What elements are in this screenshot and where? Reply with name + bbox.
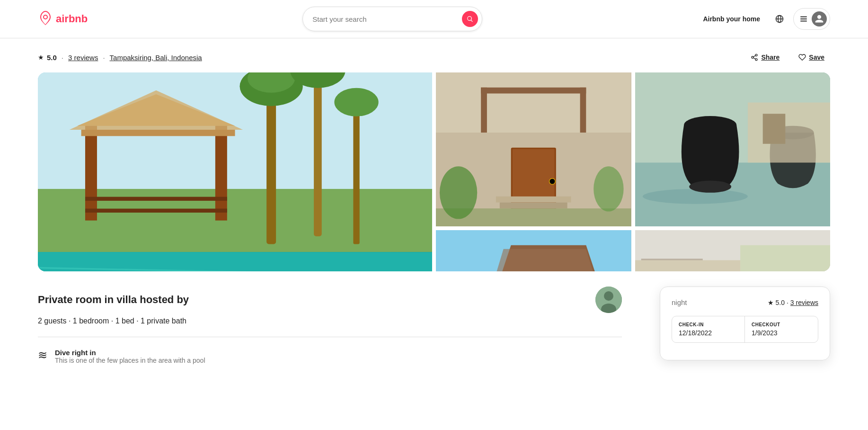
listing-info: Private room in villa hosted by 2 guests… — [38, 287, 622, 364]
svg-point-30 — [334, 88, 378, 116]
rating-value: 5.0 — [47, 54, 57, 62]
svg-rect-21 — [81, 130, 235, 136]
photo-cell-pavilion[interactable] — [436, 230, 631, 271]
svg-point-44 — [440, 166, 477, 219]
logo[interactable]: airbnb — [38, 10, 88, 27]
logo-text: airbnb — [56, 13, 88, 25]
booking-card: night ★ 5.0 · 3 reviews CHECK-IN 12/18/2… — [660, 287, 830, 360]
photo-right-grid: ⊞ Show all photos — [436, 72, 830, 271]
listing-title: Private room in villa hosted by — [38, 294, 189, 306]
user-menu[interactable] — [793, 8, 830, 30]
checkin-label: CHECK-IN — [679, 322, 738, 327]
checkout-value: 1/9/2023 — [752, 329, 811, 337]
pool-icon: ≋ — [38, 349, 47, 362]
dot-separator: · — [62, 54, 63, 62]
svg-rect-27 — [314, 72, 322, 236]
save-label: Save — [809, 54, 824, 61]
svg-rect-29 — [353, 102, 359, 244]
star-icon: ★ — [38, 54, 44, 61]
host-avatar-illustration — [595, 287, 622, 313]
photo-grid: ⊞ Show all photos — [38, 72, 830, 271]
svg-point-6 — [755, 54, 757, 56]
listing-title-row: Private room in villa hosted by — [38, 287, 622, 313]
svg-rect-18 — [85, 126, 97, 221]
bottom-section: Private room in villa hosted by 2 guests… — [38, 287, 830, 364]
date-row: CHECK-IN 12/18/2022 CHECKOUT 1/9/2023 — [672, 316, 818, 342]
share-icon — [751, 54, 758, 61]
svg-point-40 — [549, 179, 556, 185]
price-rating-value: 5.0 — [776, 299, 785, 306]
photo-cell-vase[interactable] — [635, 72, 831, 226]
feature-title: Dive right in — [55, 349, 205, 357]
svg-rect-69 — [635, 260, 740, 271]
header: airbnb Airbnb your home — [0, 0, 868, 38]
avatar — [812, 11, 827, 27]
header-right: Airbnb your home — [697, 8, 830, 30]
globe-icon — [775, 15, 784, 23]
search-button[interactable] — [462, 11, 478, 27]
search-bar[interactable] — [302, 7, 482, 31]
photo-cell-entrance[interactable] — [436, 72, 631, 226]
feature-desc: This is one of the few places in the are… — [55, 357, 205, 364]
svg-rect-53 — [762, 114, 785, 143]
photo-cell-modern[interactable]: ⊞ Show all photos — [635, 230, 831, 271]
svg-point-74 — [604, 291, 613, 301]
globe-button[interactable] — [771, 11, 788, 27]
modern-villa-illustration — [635, 230, 831, 271]
host-avatar — [595, 287, 622, 313]
airbnb-home-link[interactable]: Airbnb your home — [697, 11, 766, 27]
svg-rect-42 — [500, 202, 567, 208]
listing-subtitle: 2 guests · 1 bedroom · 1 bed · 1 private… — [38, 317, 622, 325]
svg-point-48 — [642, 189, 747, 204]
share-button[interactable]: Share — [745, 50, 785, 65]
svg-marker-60 — [492, 249, 597, 271]
feature-text: Dive right in This is one of the few pla… — [55, 349, 205, 364]
svg-rect-22 — [85, 197, 227, 201]
main-content: ★ 5.0 · 3 reviews · Tampaksiring, Bali, … — [0, 38, 868, 383]
price-star-icon: ★ — [768, 299, 774, 306]
svg-rect-63 — [740, 245, 830, 271]
svg-line-9 — [753, 58, 756, 59]
svg-point-8 — [755, 59, 757, 61]
svg-point-50 — [689, 180, 731, 192]
svg-point-45 — [593, 166, 623, 211]
share-label: Share — [761, 54, 779, 61]
hamburger-icon — [799, 15, 808, 23]
svg-rect-41 — [496, 197, 571, 203]
svg-rect-24 — [266, 86, 276, 244]
checkin-cell[interactable]: CHECK-IN 12/18/2022 — [672, 316, 745, 342]
svg-line-10 — [753, 55, 756, 57]
photo-main[interactable] — [38, 72, 432, 271]
svg-rect-19 — [215, 126, 227, 221]
main-photo-illustration — [38, 72, 432, 271]
svg-rect-52 — [747, 102, 830, 162]
price-text: night — [672, 298, 687, 306]
reviews-link[interactable]: 3 reviews — [68, 54, 98, 62]
airbnb-logo-icon — [38, 10, 53, 27]
meta-right: Share Save — [745, 50, 830, 65]
vase-illustration — [635, 72, 831, 226]
search-icon — [466, 15, 474, 23]
pavilion-illustration — [436, 230, 631, 271]
checkout-cell[interactable]: CHECKOUT 1/9/2023 — [745, 316, 818, 342]
dot-separator2: · — [103, 54, 105, 62]
meta-row: ★ 5.0 · 3 reviews · Tampaksiring, Bali, … — [38, 50, 830, 65]
checkout-label: CHECKOUT — [752, 322, 811, 327]
divider — [38, 337, 622, 337]
date-grid[interactable]: CHECK-IN 12/18/2022 CHECKOUT 1/9/2023 — [672, 316, 818, 343]
search-input[interactable] — [312, 15, 462, 23]
heart-icon — [798, 54, 806, 61]
feature-row: ≋ Dive right in This is one of the few p… — [38, 349, 622, 364]
meta-left: ★ 5.0 · 3 reviews · Tampaksiring, Bali, … — [38, 54, 202, 62]
price-rating: ★ 5.0 · 3 reviews — [768, 299, 819, 306]
svg-rect-23 — [85, 209, 227, 213]
dot3: · — [787, 299, 788, 306]
svg-rect-34 — [481, 88, 586, 94]
entrance-illustration — [436, 72, 631, 226]
checkin-value: 12/18/2022 — [679, 329, 738, 337]
price-row: night ★ 5.0 · 3 reviews — [672, 298, 818, 306]
booking-reviews-link[interactable]: 3 reviews — [790, 299, 818, 306]
svg-point-7 — [752, 56, 753, 58]
save-button[interactable]: Save — [793, 50, 830, 65]
location-link[interactable]: Tampaksiring, Bali, Indonesia — [110, 54, 202, 62]
